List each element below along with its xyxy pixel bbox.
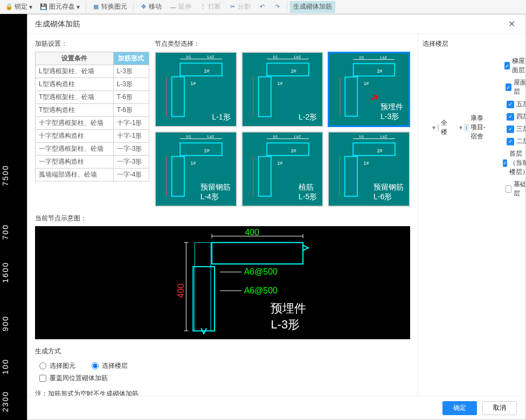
ruler-mark: 7500 bbox=[1, 165, 10, 186]
dialog-title: 生成砌体加筋 bbox=[35, 19, 80, 29]
radio-select-elem[interactable]: 选择图元 bbox=[39, 361, 75, 370]
cell-form: 十字-1形 bbox=[113, 117, 149, 130]
drawing-canvas: 7500 700 1600 900 100 2300 bbox=[0, 14, 27, 420]
checkbox-icon[interactable]: ✓ bbox=[507, 125, 514, 133]
floor-label: 基础层 bbox=[514, 180, 525, 198]
split-button: ✂分割 bbox=[225, 1, 254, 13]
checkbox-icon[interactable]: ✓ bbox=[507, 113, 514, 121]
svg-rect-18 bbox=[354, 64, 395, 76]
card-l4[interactable]: b1Ls2 1#2# 预留钢筋L-4形 bbox=[155, 131, 237, 207]
table-row[interactable]: 一字型遇构造柱一字-3形 bbox=[36, 156, 149, 169]
floor-tree-panel: 选择楼层 ▾ 全楼 ▾ 康泰项目-宿舍 ✓梯屋面层✓屋面层✓五层✓四层✓三层✓二… bbox=[418, 34, 525, 396]
floor-item[interactable]: ✓二层 bbox=[497, 135, 525, 148]
card-l6[interactable]: b1Ls2 1#2# 预留钢筋L-6形 bbox=[328, 131, 410, 207]
table-row[interactable]: 孤墙端部遇柱、砼墙一字-4形 bbox=[36, 169, 149, 181]
cell-form: 一字-3形 bbox=[113, 143, 149, 156]
undo-button: ↶ bbox=[255, 1, 269, 13]
break-icon: ⋮ bbox=[199, 3, 206, 11]
checkbox-icon[interactable]: ✓ bbox=[503, 159, 507, 167]
radio-select-floor[interactable]: 选择楼层 bbox=[92, 361, 128, 370]
cell-cond: 孤墙端部遇柱、砼墙 bbox=[36, 169, 114, 181]
cell-form: 一字-4形 bbox=[113, 169, 149, 181]
svg-text:2#: 2# bbox=[291, 148, 296, 153]
convert-button[interactable]: ▦转换图元 bbox=[89, 1, 130, 13]
svg-text:Ls2: Ls2 bbox=[380, 55, 387, 60]
floor-label: 五层 bbox=[516, 100, 525, 109]
schematic-canvas: 400 400 A6@500 A6@500 预埋件 L-3形 bbox=[35, 226, 410, 339]
table-row[interactable]: L型遇框架柱、砼墙L-3形 bbox=[36, 65, 149, 78]
checkbox-icon[interactable] bbox=[506, 185, 512, 193]
generate-reinf-button[interactable]: 生成砌体加筋 bbox=[290, 1, 335, 13]
checkbox-icon[interactable]: ✓ bbox=[507, 138, 514, 145]
card-caption: 预埋件L-3形 bbox=[380, 102, 403, 121]
table-row[interactable]: 一字型遇框架柱、砼墙一字-3形 bbox=[36, 143, 149, 156]
floor-item[interactable]: ✓三层 bbox=[497, 123, 525, 135]
svg-text:Ls2: Ls2 bbox=[294, 54, 301, 59]
svg-text:1#: 1# bbox=[191, 160, 196, 166]
cell-cond: T型遇框架柱、砼墙 bbox=[36, 91, 114, 104]
checkbox-icon[interactable]: ✓ bbox=[507, 101, 514, 108]
checkbox-icon[interactable]: ✓ bbox=[506, 83, 511, 91]
svg-text:b1: b1 bbox=[273, 54, 278, 59]
ribbon-toolbar: 🔒锁定 ▾ 💾图元存盘 ▾ ▦转换图元 ✥移动 ―延伸 ⋮打断 ✂分割 ↶ ↷ … bbox=[0, 0, 526, 14]
floor-item[interactable]: ✓五层 bbox=[497, 98, 525, 110]
chevron-down-icon[interactable]: ▾ bbox=[459, 124, 462, 131]
cell-cond: L型遇构造柱 bbox=[36, 78, 114, 91]
table-row[interactable]: L型遇构造柱L-3形 bbox=[36, 78, 149, 91]
card-l3[interactable]: b1Ls2 1#2# 预埋件L-3形➔ bbox=[328, 52, 410, 127]
close-button[interactable]: ✕ bbox=[505, 18, 518, 31]
svg-text:A6@500: A6@500 bbox=[244, 286, 278, 295]
table-row[interactable]: 十字型遇构造柱十字-1形 bbox=[36, 130, 149, 143]
split-icon: ✂ bbox=[229, 3, 236, 11]
ok-button[interactable]: 确定 bbox=[442, 401, 477, 415]
card-caption: 预留钢筋L-4形 bbox=[200, 182, 231, 201]
chk-overwrite[interactable]: 覆盖同位置砌体加筋 bbox=[39, 374, 410, 383]
cell-cond: T型遇构造柱 bbox=[36, 104, 114, 117]
lock-icon: 🔒 bbox=[5, 3, 13, 11]
move-icon: ✥ bbox=[140, 3, 147, 11]
cell-form: 一字-3形 bbox=[113, 156, 149, 169]
svg-rect-45 bbox=[354, 143, 396, 155]
extend-button: ―延伸 bbox=[166, 1, 195, 13]
card-l1[interactable]: b1Ls2 1#2# L-1形 bbox=[155, 52, 237, 127]
svg-text:L-3形: L-3形 bbox=[271, 318, 300, 331]
cell-form: L-3形 bbox=[113, 78, 149, 91]
cell-cond: 一字型遇构造柱 bbox=[36, 156, 114, 169]
svg-rect-0 bbox=[180, 63, 222, 75]
store-button[interactable]: 💾图元存盘 ▾ bbox=[37, 1, 83, 13]
floor-item[interactable]: ✓四层 bbox=[497, 110, 525, 123]
svg-text:Ls2: Ls2 bbox=[294, 134, 301, 139]
settings-table[interactable]: 设置条件 加筋形式 L型遇框架柱、砼墙L-3形L型遇构造柱L-3形T型遇框架柱、… bbox=[35, 52, 149, 181]
svg-text:预埋件: 预埋件 bbox=[271, 302, 306, 315]
tree-root[interactable]: ▾ 全楼 ▾ 康泰项目-宿舍 ✓梯屋面层✓屋面层✓五层✓四层✓三层✓二层✓首层（… bbox=[431, 52, 521, 203]
cell-cond: 十字型遇构造柱 bbox=[36, 130, 114, 143]
tree-project[interactable]: ▾ 康泰项目-宿舍 ✓梯屋面层✓屋面层✓五层✓四层✓三层✓二层✓首层（当前楼层）… bbox=[458, 53, 525, 201]
nodetype-label: 节点类型选择： bbox=[155, 39, 410, 48]
svg-text:2#: 2# bbox=[377, 68, 383, 74]
settings-label: 加筋设置： bbox=[35, 39, 149, 48]
svg-text:b1: b1 bbox=[359, 55, 364, 60]
save-icon: 💾 bbox=[40, 3, 47, 11]
floor-item[interactable]: ✓首层（当前楼层） bbox=[497, 148, 525, 178]
cell-form: T-6形 bbox=[113, 104, 149, 117]
svg-rect-10 bbox=[258, 77, 271, 117]
svg-rect-56 bbox=[195, 242, 211, 331]
floor-item[interactable]: 基础层 bbox=[497, 178, 525, 200]
table-row[interactable]: 十字型遇框架柱、砼墙十字-1形 bbox=[36, 117, 149, 130]
table-row[interactable]: T型遇构造柱T-6形 bbox=[36, 104, 149, 117]
dialog-footer: 确定 取消 bbox=[27, 396, 525, 419]
schematic-label: 当前节点示意图： bbox=[35, 214, 410, 223]
floor-item[interactable]: ✓屋面层 bbox=[497, 76, 525, 98]
checkbox-icon[interactable]: ✓ bbox=[504, 62, 509, 69]
table-row[interactable]: T型遇框架柱、砼墙T-6形 bbox=[36, 91, 149, 104]
move-button[interactable]: ✥移动 bbox=[136, 1, 165, 13]
cancel-button[interactable]: 取消 bbox=[482, 401, 517, 415]
card-l2[interactable]: b1Ls2 1#2# L-2形 bbox=[241, 52, 324, 127]
lock-button[interactable]: 🔒锁定 ▾ bbox=[2, 1, 36, 13]
svg-rect-37 bbox=[258, 157, 271, 197]
svg-rect-27 bbox=[180, 143, 222, 155]
floor-item[interactable]: ✓梯屋面层 bbox=[497, 55, 525, 76]
card-l5[interactable]: b1Ls2 1#2# 植筋L-5形 bbox=[241, 131, 324, 207]
svg-rect-46 bbox=[345, 157, 357, 197]
chevron-down-icon[interactable]: ▾ bbox=[432, 124, 435, 131]
